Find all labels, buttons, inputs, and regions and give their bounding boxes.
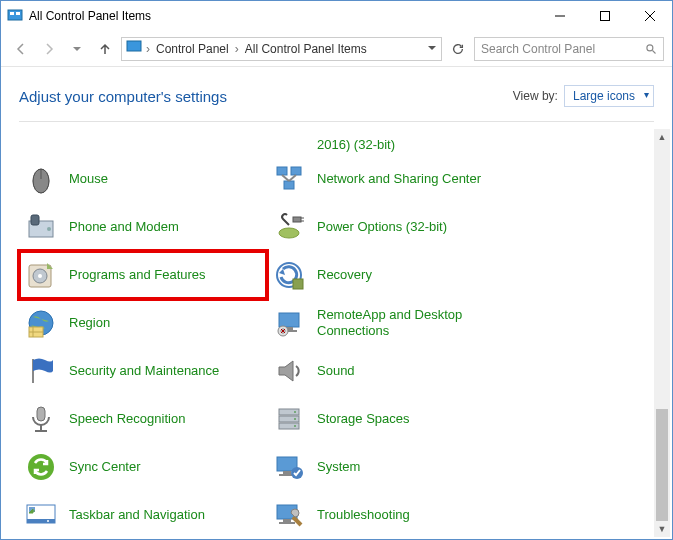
cp-item-label: Storage Spaces [307, 411, 410, 427]
cp-item-label: Programs and Features [59, 267, 206, 283]
cp-item-taskbar[interactable]: Taskbar and Navigation [19, 491, 267, 539]
storage-icon [271, 401, 307, 437]
cp-item-sound[interactable]: Sound [267, 347, 515, 395]
cp-item-label: Security and Maintenance [59, 363, 219, 379]
page-title: Adjust your computer's settings [19, 88, 513, 105]
system-icon [271, 449, 307, 485]
cp-item-label: Mouse [59, 171, 108, 187]
cp-item-label: Sync Center [59, 459, 141, 475]
cp-item-label: Taskbar and Navigation [59, 507, 205, 523]
cp-item-programs[interactable]: Programs and Features [19, 251, 267, 299]
svg-line-9 [653, 50, 656, 53]
generic-icon [271, 135, 307, 153]
control-panel-grid: 2016) (32-bit)MouseNetwork and Sharing C… [1, 133, 515, 539]
navigation-bar: › Control Panel › All Control Panel Item… [1, 31, 672, 67]
vertical-scrollbar[interactable]: ▲ ▼ [654, 129, 670, 537]
recovery-icon [271, 257, 307, 293]
back-button[interactable] [9, 37, 33, 61]
window-titlebar: All Control Panel Items [1, 1, 672, 31]
scroll-thumb[interactable] [656, 409, 668, 521]
control-panel-icon [7, 8, 23, 24]
window-title: All Control Panel Items [29, 9, 537, 23]
cp-item-flag[interactable]: Security and Maintenance [19, 347, 267, 395]
cp-item-label: Sound [307, 363, 355, 379]
cp-item-system[interactable]: System [267, 443, 515, 491]
region-icon [23, 305, 59, 341]
cp-item-network[interactable]: Network and Sharing Center [267, 155, 515, 203]
cp-item-label: RemoteApp and Desktop Connections [307, 307, 511, 338]
cp-item-region[interactable]: Region [19, 299, 267, 347]
cp-item-storage[interactable]: Storage Spaces [267, 395, 515, 443]
cp-item-power[interactable]: Power Options (32-bit) [267, 203, 515, 251]
chevron-right-icon[interactable]: › [235, 42, 239, 56]
viewby-label: View by: [513, 89, 558, 103]
svg-rect-1 [10, 12, 14, 15]
maximize-button[interactable] [582, 1, 627, 31]
search-input[interactable]: Search Control Panel [474, 37, 664, 61]
cp-item-label: Speech Recognition [59, 411, 185, 427]
search-placeholder: Search Control Panel [481, 42, 645, 56]
control-panel-icon-small [126, 39, 142, 58]
cp-item-label: Network and Sharing Center [307, 171, 481, 187]
refresh-button[interactable] [446, 37, 470, 61]
troubleshoot-icon [271, 497, 307, 533]
address-bar[interactable]: › Control Panel › All Control Panel Item… [121, 37, 442, 61]
svg-rect-4 [600, 12, 609, 21]
cp-item-mic[interactable]: Speech Recognition [19, 395, 267, 443]
cp-item-label: Region [59, 315, 110, 331]
cp-item-unknown[interactable]: 2016) (32-bit) [267, 133, 515, 155]
cp-item-unknown[interactable] [19, 133, 267, 155]
cp-item-label: Troubleshooting [307, 507, 410, 523]
cp-item-mouse[interactable]: Mouse [19, 155, 267, 203]
cp-item-label: System [307, 459, 360, 475]
programs-icon [23, 257, 59, 293]
cp-item-troubleshoot[interactable]: Troubleshooting [267, 491, 515, 539]
close-button[interactable] [627, 1, 672, 31]
scroll-up-button[interactable]: ▲ [654, 129, 670, 145]
address-dropdown-icon[interactable] [427, 42, 437, 56]
flag-icon [23, 353, 59, 389]
scroll-down-button[interactable]: ▼ [654, 521, 670, 537]
cp-item-sync[interactable]: Sync Center [19, 443, 267, 491]
svg-rect-7 [127, 41, 141, 51]
viewby-select[interactable]: Large icons [564, 85, 654, 107]
network-icon [271, 161, 307, 197]
cp-item-label: Phone and Modem [59, 219, 179, 235]
svg-rect-2 [16, 12, 20, 15]
minimize-button[interactable] [537, 1, 582, 31]
recent-locations-button[interactable] [65, 37, 89, 61]
cp-item-label: Power Options (32-bit) [307, 219, 447, 235]
svg-point-8 [647, 44, 653, 50]
cp-item-phone-modem[interactable]: Phone and Modem [19, 203, 267, 251]
mic-icon [23, 401, 59, 437]
breadcrumb-root[interactable]: Control Panel [154, 42, 231, 56]
taskbar-icon [23, 497, 59, 533]
chevron-right-icon[interactable]: › [146, 42, 150, 56]
power-icon [271, 209, 307, 245]
mouse-icon [23, 161, 59, 197]
generic-icon [23, 135, 59, 153]
up-button[interactable] [93, 37, 117, 61]
cp-item-label: Recovery [307, 267, 372, 283]
content-header: Adjust your computer's settings View by:… [1, 67, 672, 121]
search-icon [645, 43, 657, 55]
divider [19, 121, 654, 122]
breadcrumb-current[interactable]: All Control Panel Items [243, 42, 369, 56]
cp-item-recovery[interactable]: Recovery [267, 251, 515, 299]
forward-button[interactable] [37, 37, 61, 61]
phone-modem-icon [23, 209, 59, 245]
sync-icon [23, 449, 59, 485]
cp-item-remoteapp[interactable]: RemoteApp and Desktop Connections [267, 299, 515, 347]
sound-icon [271, 353, 307, 389]
remoteapp-icon [271, 305, 307, 341]
cp-item-label: 2016) (32-bit) [307, 137, 395, 153]
